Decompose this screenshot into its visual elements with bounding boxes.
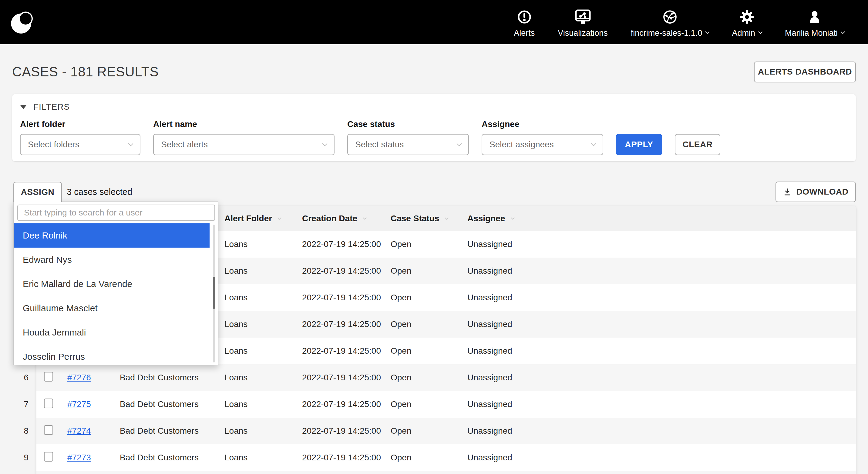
- checkbox-cell: [44, 425, 67, 437]
- assignee-cell: Unassigned: [467, 293, 856, 302]
- filters-title: FILTERS: [33, 102, 70, 112]
- user-list: Dee RolnikEdward NysEric Mallard de La V…: [14, 223, 218, 365]
- assignee-cell: Unassigned: [467, 453, 856, 463]
- case-status-cell: Open: [391, 239, 467, 249]
- download-icon: [783, 188, 792, 196]
- case-status-cell: Open: [391, 400, 467, 409]
- assignee-cell: Unassigned: [467, 239, 856, 249]
- case-link[interactable]: #7274: [67, 426, 91, 436]
- row-checkbox[interactable]: [44, 399, 53, 408]
- case-status-cell: Open: [391, 293, 467, 302]
- select-case-status[interactable]: Select status: [347, 134, 469, 155]
- alert-name-cell: Bad Debt Customers: [120, 400, 224, 409]
- select-placeholder: Select status: [355, 140, 404, 149]
- nav-item-alerts[interactable]: Alerts: [514, 7, 535, 38]
- column-header-case-status[interactable]: Case Status: [391, 214, 467, 223]
- case-status-cell: Open: [391, 319, 467, 329]
- checkbox-cell: [44, 399, 67, 410]
- assign-button[interactable]: ASSIGN: [13, 182, 62, 202]
- checkbox-cell: [44, 372, 67, 384]
- row-number: 8: [12, 418, 36, 444]
- user-option[interactable]: Edward Nys: [14, 248, 210, 272]
- selection-count-text: 3 cases selected: [67, 187, 132, 197]
- alert-folder-cell: Loans: [224, 373, 302, 382]
- user-option[interactable]: Dee Rolnik: [14, 223, 210, 248]
- case-id-cell: #7273: [67, 453, 120, 463]
- filter-field-alert-name: Alert nameSelect alerts: [153, 120, 335, 155]
- table-row: #7274Bad Debt CustomersLoans2022-07-19 1…: [36, 418, 856, 444]
- select-alert-name[interactable]: Select alerts: [153, 134, 335, 155]
- alert-name-cell: Bad Debt Customers: [120, 426, 224, 436]
- alerts-dashboard-button[interactable]: ALERTS DASHBOARD: [754, 62, 856, 82]
- select-placeholder: Select assignees: [490, 140, 554, 149]
- assignee-cell: Unassigned: [467, 346, 856, 356]
- visualizations-icon: [575, 8, 591, 26]
- filter-field-case-status: Case statusSelect status: [347, 120, 469, 155]
- alert-folder-cell: Loans: [224, 346, 302, 356]
- user-option[interactable]: Guillaume Masclet: [14, 296, 210, 320]
- sort-chevron-icon: [511, 216, 515, 220]
- nav-item-fincrime-sales-1-1-0[interactable]: fincrime-sales-1.1.0: [631, 7, 709, 38]
- filters-row: Alert folderSelect foldersAlert nameSele…: [20, 120, 848, 155]
- chevron-down-icon: [591, 141, 596, 146]
- assignee-cell: Unassigned: [467, 400, 856, 409]
- column-header-alert-folder[interactable]: Alert Folder: [224, 214, 302, 223]
- nav-item-label: fincrime-sales-1.1.0: [631, 29, 709, 38]
- download-button[interactable]: DOWNLOAD: [775, 181, 856, 202]
- select-alert-folder[interactable]: Select folders: [20, 134, 141, 155]
- case-id-cell: #7274: [67, 426, 120, 436]
- filters-toggle[interactable]: FILTERS: [20, 102, 90, 112]
- user-icon: [807, 8, 822, 26]
- user-option[interactable]: Josselin Perrus: [14, 345, 210, 365]
- creation-date-cell: 2022-07-19 14:25:00: [302, 319, 391, 329]
- user-option[interactable]: Houda Jemmali: [14, 320, 210, 345]
- chevron-down-icon: [705, 30, 709, 34]
- filter-label: Assignee: [482, 120, 603, 129]
- app-logo-icon: [8, 8, 37, 37]
- creation-date-cell: 2022-07-19 14:25:00: [302, 266, 391, 276]
- scrollbar-thumb[interactable]: [213, 277, 215, 309]
- filter-label: Case status: [347, 120, 469, 129]
- clear-button[interactable]: CLEAR: [675, 134, 720, 155]
- column-header-assignee[interactable]: Assignee: [467, 214, 856, 223]
- chevron-down-icon: [322, 141, 328, 146]
- row-checkbox[interactable]: [44, 452, 53, 462]
- table-row: [36, 471, 856, 474]
- nav-item-label: Admin: [732, 29, 762, 38]
- case-link[interactable]: #7276: [67, 373, 91, 382]
- column-header-label: Alert Folder: [224, 214, 272, 223]
- row-checkbox[interactable]: [44, 425, 53, 435]
- sort-chevron-icon: [445, 216, 448, 220]
- apply-button[interactable]: APPLY: [616, 134, 662, 155]
- column-header-creation-date[interactable]: Creation Date: [302, 214, 391, 223]
- nav-item-visualizations[interactable]: Visualizations: [558, 7, 608, 38]
- case-link[interactable]: #7275: [67, 400, 91, 409]
- row-number: 6: [12, 364, 36, 391]
- table-row: #7276Bad Debt CustomersLoans2022-07-19 1…: [36, 364, 856, 391]
- select-placeholder: Select folders: [28, 140, 80, 149]
- page-header: CASES - 181 RESULTS ALERTS DASHBOARD: [12, 61, 856, 82]
- assignee-cell: Unassigned: [467, 426, 856, 436]
- nav-item-marilia-moniati[interactable]: Marilia Moniati: [785, 7, 844, 38]
- filters-panel: FILTERS Alert folderSelect foldersAlert …: [12, 94, 856, 161]
- case-status-cell: Open: [391, 453, 467, 463]
- case-link[interactable]: #7273: [67, 453, 91, 462]
- select-placeholder: Select alerts: [161, 140, 208, 149]
- row-number: [12, 471, 36, 474]
- alert-folder-cell: Loans: [224, 400, 302, 409]
- case-status-cell: Open: [391, 346, 467, 356]
- case-id-cell: #7276: [67, 373, 120, 382]
- nav-item-admin[interactable]: Admin: [732, 7, 762, 38]
- filter-label: Alert folder: [20, 120, 141, 129]
- alert-folder-cell: Loans: [224, 266, 302, 276]
- assignee-cell: Unassigned: [467, 266, 856, 276]
- select-assignee[interactable]: Select assignees: [482, 134, 603, 155]
- collapse-triangle-icon: [20, 105, 27, 109]
- nav-item-label: Marilia Moniati: [785, 29, 844, 38]
- table-row: #7275Bad Debt CustomersLoans2022-07-19 1…: [36, 391, 856, 418]
- sort-chevron-icon: [363, 216, 367, 220]
- user-search-input[interactable]: [17, 205, 215, 221]
- user-option[interactable]: Eric Mallard de La Varende: [14, 272, 210, 296]
- creation-date-cell: 2022-07-19 14:25:00: [302, 346, 391, 356]
- row-checkbox[interactable]: [44, 372, 53, 381]
